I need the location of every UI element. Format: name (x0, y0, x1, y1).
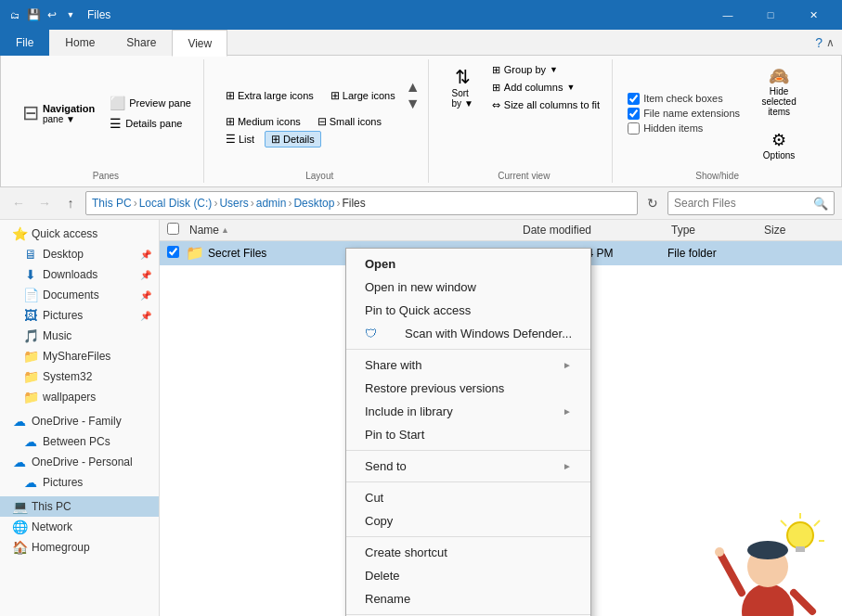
ctx-scan-defender[interactable]: 🛡 Scan with Windows Defender... (346, 322, 590, 345)
forward-button[interactable]: → (33, 192, 56, 214)
type-header[interactable]: Type (667, 222, 760, 238)
ribbon-tabs: File Home Share View ? ∧ (0, 30, 842, 56)
size-header[interactable]: Size (760, 222, 835, 238)
extra-large-icons-btn[interactable]: ⊞ Extra large icons (219, 79, 320, 112)
address-path[interactable]: This PC › Local Disk (C:) › Users › admi… (85, 191, 638, 215)
item-check-boxes-checkbox[interactable] (628, 93, 640, 105)
ctx-cut[interactable]: Cut (346, 486, 590, 509)
path-part-5[interactable]: Files (342, 197, 365, 210)
ctx-include-library[interactable]: Include in library ► (346, 400, 590, 423)
sidebar-item-music[interactable]: 🎵 Music (0, 326, 159, 346)
row-checkbox[interactable] (167, 246, 179, 258)
details-pane-button[interactable]: ☰ Details pane (105, 114, 196, 133)
search-input[interactable] (674, 197, 813, 210)
sidebar-item-quick-access[interactable]: ⭐ Quick access (0, 224, 159, 244)
ctx-restore-versions[interactable]: Restore previous versions (346, 377, 590, 400)
ctx-delete[interactable]: Delete (346, 564, 590, 587)
preview-pane-button[interactable]: ⬜ Preview pane (105, 94, 196, 112)
hidden-items-toggle[interactable]: Hidden items (628, 122, 740, 135)
ribbon-content: ⊟ Navigation pane ▼ ⬜ Preview pane ☰ Det… (0, 56, 842, 187)
sidebar-item-documents[interactable]: 📄 Documents 📌 (0, 285, 159, 305)
name-header[interactable]: Name ▲ (186, 222, 519, 238)
path-part-1[interactable]: Local Disk (C:) (139, 197, 213, 210)
ctx-open[interactable]: Open (346, 252, 590, 276)
ctx-pin-quick-access[interactable]: Pin to Quick access (346, 299, 590, 322)
ctx-rename[interactable]: Rename (346, 587, 590, 610)
sidebar-item-network[interactable]: 🌐 Network (0, 517, 159, 537)
large-icons-btn[interactable]: ⊞ Large icons (324, 79, 402, 112)
sidebar-item-desktop[interactable]: 🖥 Desktop 📌 (0, 244, 159, 264)
ctx-create-shortcut[interactable]: Create shortcut (346, 541, 590, 564)
sidebar-item-system32[interactable]: 📁 System32 (0, 366, 159, 387)
hide-label: Hide selecteditems (758, 86, 800, 117)
item-check-boxes-toggle[interactable]: Item check boxes (628, 93, 740, 105)
documents-icon: 📄 (22, 288, 39, 302)
navigation-pane-button[interactable]: ⊟ Navigation pane ▼ (16, 98, 101, 128)
list-label: List (239, 134, 254, 145)
file-name-ext-checkbox[interactable] (628, 108, 640, 120)
minimize-button[interactable]: — (706, 0, 749, 30)
date-header[interactable]: Date modified (519, 222, 667, 238)
sidebar-item-this-pc[interactable]: 💻 This PC (0, 496, 159, 517)
pictures-icon: 🖼 (22, 308, 39, 323)
sidebar-item-between-pcs[interactable]: ☁ Between PCs (0, 431, 159, 452)
between-pcs-icon: ☁ (22, 434, 39, 449)
dropdown-icon[interactable]: ▼ (63, 7, 78, 22)
file-name-ext-toggle[interactable]: File name extensions (628, 108, 740, 120)
ctx-open-new-window[interactable]: Open in new window (346, 276, 590, 299)
back-button[interactable]: ← (7, 192, 30, 214)
current-view-label: Current view (498, 167, 550, 181)
options-label: Options (763, 150, 795, 160)
path-part-0[interactable]: This PC (92, 197, 132, 210)
medium-icons-btn[interactable]: ⊞ Medium icons (219, 113, 307, 130)
ctx-share-with[interactable]: Share with ► (346, 353, 590, 377)
details-btn[interactable]: ⊞ Details (265, 131, 321, 148)
onedrive-personal-icon: ☁ (11, 455, 28, 469)
sidebar-item-downloads[interactable]: ⬇ Downloads 📌 (0, 264, 159, 285)
layout-label: Layout (305, 167, 333, 181)
select-all-checkbox[interactable] (167, 223, 179, 235)
layout-expand-icon[interactable]: ▲▼ (406, 79, 421, 112)
path-part-2[interactable]: Users (219, 197, 248, 210)
size-columns-btn[interactable]: ⇔ Size all columns to fit (487, 97, 604, 113)
hidden-items-checkbox[interactable] (628, 122, 640, 135)
path-part-4[interactable]: Desktop (293, 197, 334, 210)
title-bar: 🗂 💾 ↩ ▼ Files — □ ✕ (0, 0, 842, 30)
maximize-button[interactable]: □ (749, 0, 792, 30)
ctx-send-to[interactable]: Send to ► (346, 455, 590, 478)
sidebar-item-wallpapers[interactable]: 📁 wallpapers (0, 387, 159, 407)
group-by-btn[interactable]: ⊞ Group by ▼ (487, 62, 604, 78)
collapse-ribbon-icon[interactable]: ∧ (826, 36, 835, 49)
name-col-label: Name (189, 224, 219, 237)
list-btn[interactable]: ☰ List (219, 131, 261, 148)
help-icon[interactable]: ? (815, 35, 823, 50)
sidebar-item-onedrive-personal[interactable]: ☁ OneDrive - Personal (0, 452, 159, 472)
add-columns-btn[interactable]: ⊞ Add columns ▼ (487, 80, 604, 96)
options-btn[interactable]: ⚙ Options (755, 125, 803, 165)
folder-row-icon: 📁 (186, 244, 204, 262)
sidebar-item-pictures[interactable]: 🖼 Pictures 📌 (0, 305, 159, 326)
sidebar-item-pictures-sub[interactable]: ☁ Pictures (0, 472, 159, 493)
refresh-button[interactable]: ↻ (641, 192, 664, 214)
close-button[interactable]: ✕ (792, 0, 835, 30)
send-to-label: Send to (365, 459, 407, 473)
nav-pane-icon: ⊟ (22, 101, 39, 125)
ctx-pin-start[interactable]: Pin to Start (346, 423, 590, 446)
path-part-3[interactable]: admin (256, 197, 287, 210)
sidebar-item-onedrive-family[interactable]: ☁ OneDrive - Family (0, 411, 159, 431)
hide-selected-btn[interactable]: 🙈 Hide selecteditems (751, 61, 807, 122)
network-icon: 🌐 (11, 520, 28, 534)
sort-by-btn[interactable]: ⇅ Sortby ▼ (444, 61, 482, 113)
tab-file[interactable]: File (0, 30, 49, 56)
tab-share[interactable]: Share (110, 30, 172, 56)
tab-home[interactable]: Home (49, 30, 110, 56)
item-check-boxes-label: Item check boxes (643, 93, 723, 104)
small-icons-btn[interactable]: ⊟ Small icons (311, 113, 388, 130)
this-pc-icon: 💻 (11, 499, 28, 514)
tab-view[interactable]: View (172, 30, 227, 57)
pictures-sub-icon: ☁ (22, 475, 39, 490)
up-button[interactable]: ↑ (59, 192, 82, 214)
ctx-copy[interactable]: Copy (346, 509, 590, 533)
sidebar-item-homegroup[interactable]: 🏠 Homegroup (0, 537, 159, 558)
sidebar-item-mysharefiles[interactable]: 📁 MyShareFiles (0, 346, 159, 366)
